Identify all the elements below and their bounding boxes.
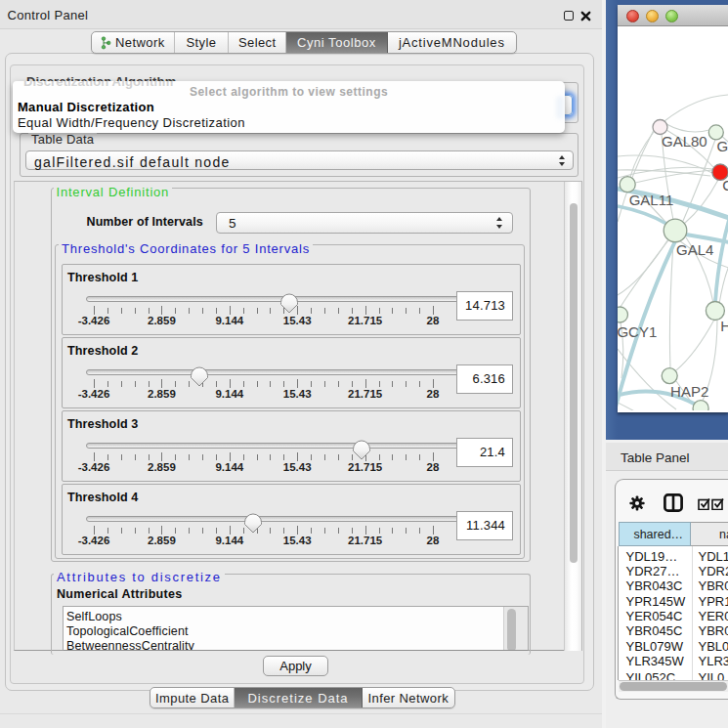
svg-text:GAL4: GAL4 (676, 241, 713, 258)
svg-text:H: H (720, 318, 728, 334)
svg-text:GCY1: GCY1 (618, 323, 657, 340)
svg-text:GAL11: GAL11 (628, 192, 673, 208)
svg-text:GA: GA (716, 138, 728, 154)
svg-text:GAL80: GAL80 (662, 133, 707, 150)
svg-text:HAP2: HAP2 (670, 383, 708, 400)
svg-text:C: C (722, 177, 728, 193)
